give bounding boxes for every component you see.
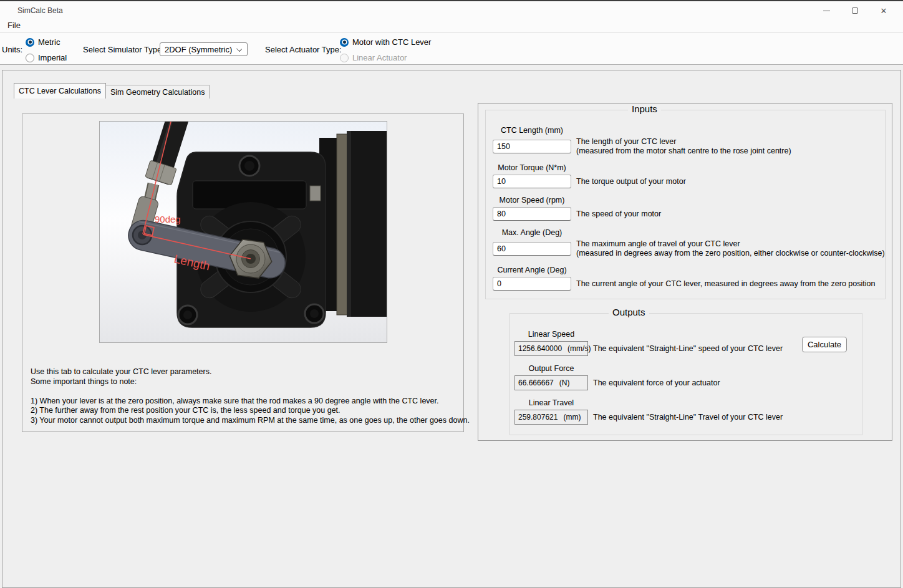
note-line: Use this tab to calculate your CTC lever… bbox=[31, 367, 470, 377]
radio-imperial-icon bbox=[26, 54, 34, 62]
linear-travel-label: Linear Travel bbox=[514, 398, 588, 407]
current-angle-label: Current Angle (Deg) bbox=[493, 266, 571, 274]
linear-speed-description: The equivalent "Straight-Line" speed of … bbox=[593, 344, 783, 354]
simulator-type-value: 2DOF (Symmetric) bbox=[165, 45, 232, 54]
units-label: Units: bbox=[2, 45, 22, 54]
outputs-groupbox: Outputs Linear Speed1256.640000(mm/s)The… bbox=[509, 313, 862, 435]
motor-lever-illustration: 90deg Length bbox=[100, 122, 387, 342]
ctc-length-input[interactable] bbox=[493, 140, 571, 153]
current-angle-description: The current angle of your CTC lever, mea… bbox=[576, 279, 875, 289]
note-line bbox=[31, 387, 470, 397]
max-angle-row: Max. Angle (Deg)The maximum angle of tra… bbox=[493, 228, 885, 258]
simulator-type-select[interactable]: 2DOF (Symmetric) bbox=[160, 42, 248, 56]
chevron-down-icon bbox=[236, 46, 242, 52]
output-force-unit: (N) bbox=[559, 378, 570, 387]
menu-bar: File bbox=[0, 19, 903, 32]
note-line: 3) Your motor cannot output both maximum… bbox=[31, 416, 470, 426]
linear-travel-row: Linear Travel259.807621(mm)The equivalen… bbox=[514, 398, 862, 425]
linear-travel-unit: (mm) bbox=[563, 413, 581, 422]
minimize-icon bbox=[823, 11, 830, 11]
radio-metric-icon bbox=[26, 38, 34, 47]
minimize-button[interactable] bbox=[812, 1, 841, 20]
note-line: 1) When your lever is at the zero positi… bbox=[31, 397, 470, 407]
radio-linear-actuator-icon bbox=[340, 54, 349, 62]
radio-imperial[interactable]: Imperial bbox=[26, 53, 67, 62]
linear-travel-description: The equivalent "Straight-Line" Travel of… bbox=[593, 413, 783, 422]
motor-torque-label: Motor Torque (N*m) bbox=[493, 163, 571, 172]
inputs-title: Inputs bbox=[628, 104, 661, 114]
max-angle-description: The maximum angle of travel of your CTC … bbox=[576, 239, 885, 258]
radio-linear-actuator: Linear Actuator bbox=[340, 53, 407, 62]
output-force-value-box: 66.666667(N) bbox=[514, 375, 588, 390]
output-force-row: Output Force66.666667(N)The equivalent f… bbox=[514, 364, 862, 390]
current-angle-row: Current Angle (Deg)The current angle of … bbox=[493, 266, 885, 291]
maximize-icon bbox=[852, 7, 858, 14]
max-angle-label: Max. Angle (Deg) bbox=[493, 228, 571, 237]
output-force-description: The equivalent force of your actuator bbox=[593, 378, 720, 388]
ctc-length-description: The length of your CTC lever (measured f… bbox=[576, 137, 791, 156]
motor-speed-description: The speed of your motor bbox=[576, 210, 661, 219]
linear-speed-value-box: 1256.640000(mm/s) bbox=[514, 341, 588, 356]
radio-metric[interactable]: Metric bbox=[26, 37, 60, 47]
motor-speed-label: Motor Speed (rpm) bbox=[493, 196, 571, 205]
calculator-container: Inputs CTC Length (mm)The length of your… bbox=[478, 103, 892, 441]
motor-speed-row: Motor Speed (rpm)The speed of your motor bbox=[493, 196, 885, 221]
motor-torque-row: Motor Torque (N*m)The torque output of y… bbox=[493, 163, 885, 188]
linear-speed-label: Linear Speed bbox=[514, 330, 588, 339]
motor-speed-input[interactable] bbox=[493, 207, 571, 221]
title-bar: SimCalc Beta ✕ bbox=[0, 0, 903, 19]
motor-torque-input[interactable] bbox=[493, 175, 571, 188]
ctc-length-row: CTC Length (mm)The length of your CTC le… bbox=[493, 126, 885, 156]
tab-strip: CTC Lever Calculations Sim Geometry Calc… bbox=[14, 83, 210, 99]
tab-sim-geometry-calculations[interactable]: Sim Geometry Calculations bbox=[105, 85, 210, 99]
ctc-length-label: CTC Length (mm) bbox=[493, 126, 571, 135]
note-line: Some important things to note: bbox=[31, 377, 470, 387]
ctc-lever-diagram: 90deg Length bbox=[99, 121, 387, 343]
window-controls: ✕ bbox=[812, 1, 898, 20]
window-title: SimCalc Beta bbox=[17, 6, 63, 15]
simulator-type-label: Select Simulator Type: bbox=[83, 45, 164, 54]
close-icon: ✕ bbox=[881, 7, 887, 15]
lever-info-groupbox: 90deg Length Use this tab to calculate y… bbox=[22, 113, 464, 432]
inputs-groupbox: Inputs CTC Length (mm)The length of your… bbox=[485, 110, 886, 299]
maximize-button[interactable] bbox=[841, 1, 869, 20]
tab-ctc-lever-calculations[interactable]: CTC Lever Calculations bbox=[14, 83, 106, 99]
linear-travel-value: 259.807621 bbox=[518, 413, 558, 422]
close-button[interactable]: ✕ bbox=[869, 1, 898, 20]
linear-travel-value-box: 259.807621(mm) bbox=[514, 410, 588, 425]
current-angle-input[interactable] bbox=[493, 277, 571, 291]
linear-speed-unit: (mm/s) bbox=[567, 344, 591, 353]
toolbar: Units: Metric Imperial Select Simulator … bbox=[0, 33, 903, 65]
output-force-label: Output Force bbox=[514, 364, 588, 373]
notes-text: Use this tab to calculate your CTC lever… bbox=[31, 367, 470, 426]
main-panel: CTC Lever Calculations Sim Geometry Calc… bbox=[2, 70, 901, 588]
radio-motor-ctc-lever[interactable]: Motor with CTC Lever bbox=[340, 37, 431, 47]
calculate-button[interactable]: Calculate bbox=[802, 337, 847, 352]
radio-motor-ctc-lever-icon bbox=[340, 38, 349, 47]
outputs-title: Outputs bbox=[609, 307, 649, 317]
menu-file[interactable]: File bbox=[5, 21, 23, 30]
angle-annotation-label: 90deg bbox=[155, 214, 181, 224]
linear-speed-value: 1256.640000 bbox=[518, 344, 562, 353]
actuator-type-label: Select Actuator Type: bbox=[265, 45, 342, 54]
max-angle-input[interactable] bbox=[493, 242, 571, 256]
motor-torque-description: The torque output of your motor bbox=[576, 177, 686, 186]
output-force-value: 66.666667 bbox=[518, 378, 554, 387]
note-line: 2) The further away from the rest positi… bbox=[31, 406, 470, 416]
